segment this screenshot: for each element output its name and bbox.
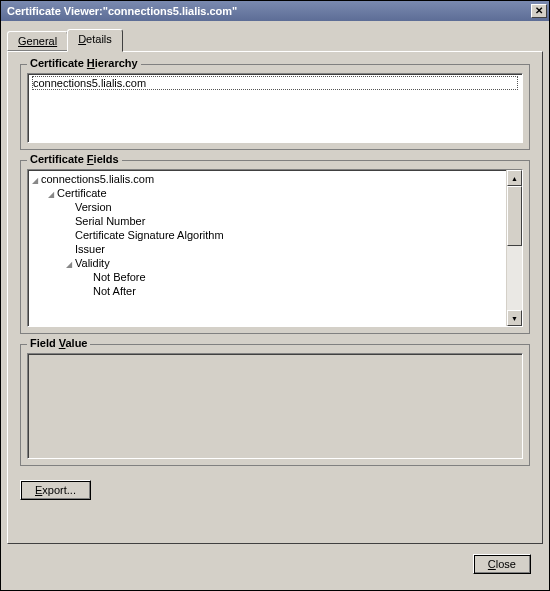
titlebar: Certificate Viewer:"connections5.lialis.… <box>1 1 549 21</box>
scroll-up-icon[interactable]: ▲ <box>507 170 522 186</box>
tree-label: Not After <box>93 285 136 297</box>
tree-item-issuer[interactable]: Issuer <box>30 242 506 256</box>
content-area: General Details Certificate Hierarchy co… <box>1 21 549 590</box>
scroll-down-icon[interactable]: ▼ <box>507 310 522 326</box>
tree-label: Issuer <box>75 243 105 255</box>
window-title: Certificate Viewer:"connections5.lialis.… <box>7 5 237 17</box>
hierarchy-fieldset: Certificate Hierarchy connections5.liali… <box>20 64 530 150</box>
tree-item-sig-algo[interactable]: Certificate Signature Algorithm <box>30 228 506 242</box>
fields-tree: ◢connections5.lialis.com ◢Certificate Ve… <box>28 170 506 326</box>
hierarchy-legend: Certificate Hierarchy <box>27 57 141 69</box>
details-panel: Certificate Hierarchy connections5.liali… <box>7 51 543 544</box>
close-button[interactable]: Close <box>473 554 531 574</box>
tree-label: Certificate <box>57 187 107 199</box>
certificate-viewer-window: Certificate Viewer:"connections5.lialis.… <box>0 0 550 591</box>
scroll-thumb[interactable] <box>507 186 522 246</box>
tree-label: connections5.lialis.com <box>41 173 154 185</box>
field-value-box[interactable] <box>27 353 523 459</box>
fields-fieldset: Certificate Fields ◢connections5.lialis.… <box>20 160 530 334</box>
tree-item-notafter[interactable]: Not After <box>30 284 506 298</box>
tab-general[interactable]: General <box>7 31 68 51</box>
export-button[interactable]: Export... <box>20 480 91 500</box>
hierarchy-listbox[interactable]: connections5.lialis.com <box>27 73 523 143</box>
tree-item-root[interactable]: ◢connections5.lialis.com <box>30 172 506 186</box>
chevron-down-icon[interactable]: ◢ <box>48 190 57 199</box>
tab-strip: General Details <box>7 29 543 51</box>
tree-label: Certificate Signature Algorithm <box>75 229 224 241</box>
tree-item-serial[interactable]: Serial Number <box>30 214 506 228</box>
scroll-track[interactable] <box>507 246 522 310</box>
value-fieldset: Field Value <box>20 344 530 466</box>
tree-item-validity[interactable]: ◢Validity <box>30 256 506 270</box>
close-icon[interactable]: ✕ <box>531 4 547 18</box>
value-legend: Field Value <box>27 337 90 349</box>
chevron-down-icon[interactable]: ◢ <box>32 176 41 185</box>
hierarchy-item[interactable]: connections5.lialis.com <box>32 76 518 90</box>
tab-general-label: General <box>18 35 57 47</box>
tree-label: Version <box>75 201 112 213</box>
vertical-scrollbar[interactable]: ▲ ▼ <box>506 170 522 326</box>
tree-item-notbefore[interactable]: Not Before <box>30 270 506 284</box>
tree-label: Validity <box>75 257 110 269</box>
dialog-footer: Close <box>7 544 543 584</box>
tree-item-certificate[interactable]: ◢Certificate <box>30 186 506 200</box>
fields-legend: Certificate Fields <box>27 153 122 165</box>
export-row: Export... <box>20 480 530 500</box>
tab-details-label: Details <box>78 33 112 45</box>
tree-label: Serial Number <box>75 215 145 227</box>
tab-details[interactable]: Details <box>67 29 123 52</box>
chevron-down-icon[interactable]: ◢ <box>66 260 75 269</box>
tree-item-version[interactable]: Version <box>30 200 506 214</box>
tree-label: Not Before <box>93 271 146 283</box>
fields-listbox[interactable]: ◢connections5.lialis.com ◢Certificate Ve… <box>27 169 523 327</box>
